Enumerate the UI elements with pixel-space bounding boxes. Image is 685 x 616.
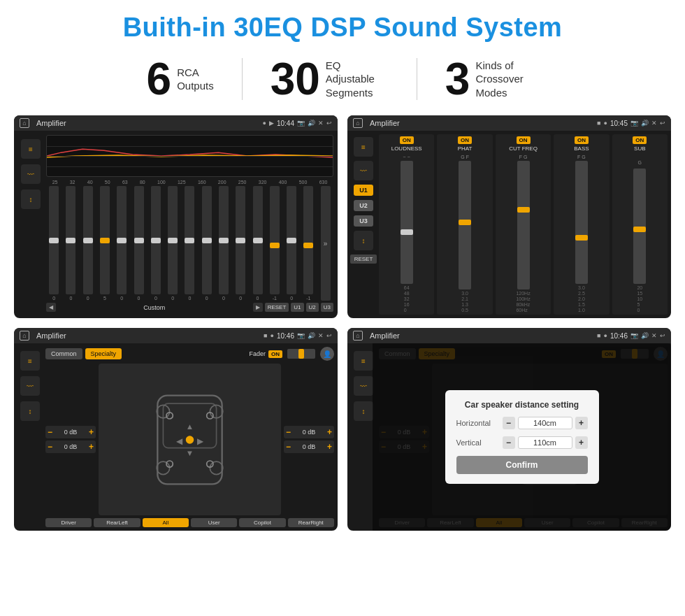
svg-point-6	[186, 436, 194, 444]
cross-u3-btn[interactable]: U3	[354, 215, 373, 227]
fader-on-btn[interactable]: ON	[268, 350, 282, 358]
eq-slider-11[interactable]: 0	[219, 186, 229, 301]
dialog-overlay: Car speaker distance setting Horizontal …	[373, 343, 671, 531]
eq-slider-10[interactable]: 0	[202, 186, 212, 301]
cross-time: 10:45	[610, 120, 628, 127]
eq-slider-14[interactable]: -1	[270, 186, 280, 301]
eq-u2-btn[interactable]: U2	[306, 303, 319, 312]
eq-prev-btn[interactable]: ◀	[46, 303, 56, 312]
phat-on-btn[interactable]: ON	[458, 136, 472, 144]
fader-volume-icon: 🔊	[308, 332, 315, 339]
back-icon: ↩	[326, 120, 332, 127]
eq-slider-7[interactable]: 0	[151, 186, 161, 301]
vol-fr-minus[interactable]: −	[286, 427, 291, 437]
bass-freq: 3.02.52.01.51.0	[578, 285, 585, 313]
sub-slider[interactable]	[633, 169, 646, 284]
vertical-value: 110cm	[518, 436, 572, 449]
cross-col-loudness: ON LOUDNESS ~ ~ 644832160	[379, 134, 434, 315]
fader-sidebar-btn-2[interactable]: 〰	[20, 376, 40, 396]
vol-fr-plus[interactable]: +	[327, 427, 332, 437]
eq-slider-2[interactable]: 0	[66, 186, 75, 301]
vertical-plus-btn[interactable]: +	[575, 436, 588, 449]
cross-u2-btn[interactable]: U2	[354, 200, 373, 211]
vol-rl-minus[interactable]: −	[48, 442, 52, 452]
sub-on-btn[interactable]: ON	[633, 136, 647, 144]
dialog-sidebar-btn-3[interactable]: ↕	[354, 401, 373, 421]
vol-fl-minus[interactable]: −	[48, 427, 52, 437]
eq-slider-4[interactable]: 5	[100, 186, 110, 301]
cross-dot-icon: ■	[597, 120, 600, 127]
fader-sidebar-btn-1[interactable]: ≡	[20, 351, 40, 371]
phat-slider[interactable]	[459, 161, 471, 289]
eq-slider-13[interactable]: 0	[253, 186, 263, 301]
eq-slider-3[interactable]: 0	[83, 186, 93, 301]
eq-slider-16[interactable]: -1	[303, 186, 313, 301]
page-title: Buith-in 30EQ DSP Sound System	[0, 0, 685, 51]
eq-freq-labels: 25 32 40 50 63 80 100 125 160 200 250 32…	[46, 180, 333, 185]
vertical-minus-btn[interactable]: −	[503, 436, 515, 449]
tab-common[interactable]: Common	[45, 348, 82, 359]
eq-slider-12[interactable]: 0	[236, 186, 245, 301]
eq-sidebar-btn-1[interactable]: ≡	[21, 139, 41, 159]
vol-rl-plus[interactable]: +	[89, 442, 94, 452]
fader-camera-icon: 📷	[297, 332, 305, 339]
loudness-slider[interactable]	[401, 161, 413, 284]
cross-reset-btn[interactable]: RESET	[350, 255, 377, 264]
all-btn[interactable]: All	[143, 518, 189, 527]
eq-sidebar-btn-3[interactable]: ↕	[21, 189, 41, 209]
loudness-on-btn[interactable]: ON	[400, 136, 414, 144]
user-btn[interactable]: User	[191, 518, 237, 527]
home-icon[interactable]	[20, 118, 29, 128]
rearleft-btn[interactable]: RearLeft	[94, 518, 140, 527]
cross-home-icon[interactable]	[353, 118, 363, 128]
dialog-home-icon[interactable]	[353, 331, 363, 341]
eq-expand-btn[interactable]: »	[321, 186, 331, 301]
car-bottom-buttons: Driver RearLeft All User Copilot RearRig…	[45, 518, 334, 527]
eq-graph	[46, 135, 333, 177]
eq-slider-5[interactable]: 0	[117, 186, 127, 301]
eq-main: 25 32 40 50 63 80 100 125 160 200 250 32…	[46, 135, 333, 314]
eq-slider-9[interactable]: 0	[185, 186, 194, 301]
cutfreq-slider[interactable]	[517, 161, 530, 289]
bass-on-btn[interactable]: ON	[575, 136, 589, 144]
rearright-btn[interactable]: RearRight	[288, 518, 334, 527]
tab-specialty[interactable]: Specialty	[85, 348, 122, 359]
eq-reset-btn[interactable]: RESET	[265, 303, 289, 312]
eq-sidebar-btn-2[interactable]: 〰	[21, 164, 41, 184]
bass-slider[interactable]	[575, 161, 588, 284]
driver-btn[interactable]: Driver	[45, 518, 92, 527]
play-icon: ▶	[269, 120, 274, 127]
fader-home-icon[interactable]	[20, 331, 29, 341]
eq-slider-8[interactable]: 0	[168, 186, 178, 301]
dialog-sidebar-btn-1[interactable]: ≡	[354, 351, 373, 371]
stat-text-rca: RCA Outputs	[177, 66, 214, 93]
dialog-sidebar-btn-2[interactable]: 〰	[354, 376, 373, 396]
vol-fl-plus[interactable]: +	[89, 427, 94, 437]
eq-u3-btn[interactable]: U3	[321, 303, 333, 312]
eq-slider-6[interactable]: 0	[134, 186, 144, 301]
vol-rr-minus[interactable]: −	[286, 442, 291, 452]
cross-sidebar-btn-2[interactable]: 〰	[354, 161, 373, 180]
eq-next-btn[interactable]: ▶	[253, 303, 263, 312]
eq-slider-15[interactable]: 0	[287, 186, 296, 301]
horizontal-plus-btn[interactable]: +	[575, 417, 588, 429]
confirm-button[interactable]: Confirm	[456, 456, 588, 474]
horizontal-minus-btn[interactable]: −	[503, 417, 515, 429]
person-icon: 👤	[323, 350, 331, 358]
dialog-screen-card: Amplifier ■ ● 10:46 📷 🔊 ✕ ↩ ≡ 〰 ↕ Common	[347, 328, 671, 531]
vertical-stepper: − 110cm +	[503, 436, 588, 449]
cross-sidebar-btn-1[interactable]: ≡	[354, 137, 373, 157]
copilot-btn[interactable]: Copilot	[239, 518, 285, 527]
vol-rr-plus[interactable]: +	[327, 442, 332, 452]
fader-content: ≡ 〰 ↕ Common Specialty Fader ON 👤	[14, 343, 338, 531]
eq-slider-1[interactable]: 0	[49, 186, 59, 301]
horizontal-value: 140cm	[518, 417, 572, 429]
fader-sidebar-btn-3[interactable]: ↕	[20, 401, 40, 421]
cross-u1-btn[interactable]: U1	[354, 185, 373, 196]
eq-u1-btn[interactable]: U1	[291, 303, 303, 312]
car-diagram: ▲ ▼ ◀ ▶	[99, 364, 281, 515]
cross-dot2-icon: ●	[604, 120, 607, 127]
cutfreq-on-btn[interactable]: ON	[517, 136, 531, 144]
cross-sidebar-btn-3[interactable]: ↕	[354, 231, 373, 250]
fader-time: 10:46	[277, 332, 294, 340]
